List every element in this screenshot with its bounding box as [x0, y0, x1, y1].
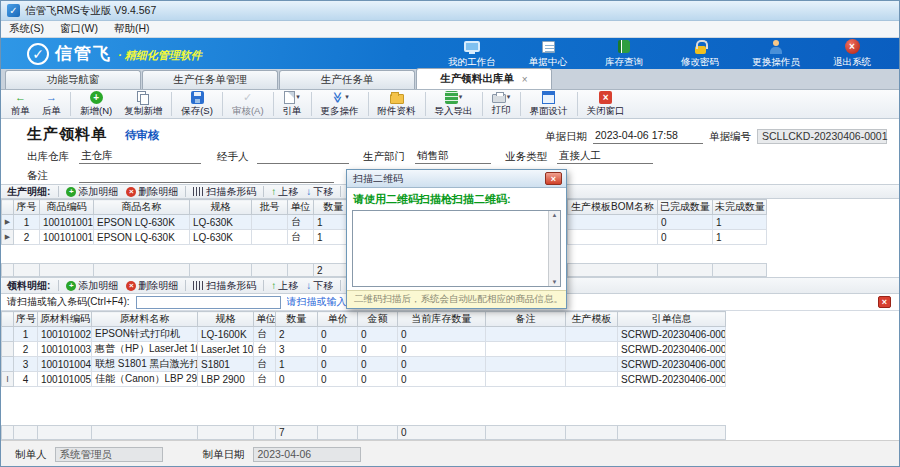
column-header[interactable]: 备注	[486, 312, 566, 327]
grid-cell[interactable]: LQ-1600K	[198, 327, 254, 342]
table-row[interactable]: 3 100101004 联想 S1801 黑白激光打印机 S1801 台 1 0…	[2, 357, 726, 372]
tab-production-material-issue[interactable]: 生产领料出库单 ×	[416, 68, 552, 89]
doc-date-field[interactable]: 2023-04-06 17:58	[593, 129, 703, 144]
grid-cell[interactable]: 100101004	[38, 357, 92, 372]
column-header[interactable]: 当前库存数量	[398, 312, 486, 327]
column-header[interactable]: 规格	[198, 312, 254, 327]
grid-cell[interactable]: 0	[398, 372, 486, 387]
column-header[interactable]: 引单信息	[618, 312, 726, 327]
column-header[interactable]: 单位	[254, 312, 276, 327]
grid-cell[interactable]	[486, 372, 566, 387]
grid-cell[interactable]: 0	[358, 372, 398, 387]
grid-cell[interactable]: 0	[398, 357, 486, 372]
grid-cell[interactable]: 100101002	[38, 327, 92, 342]
grid-cell[interactable]: SCRWD-20230406-0001	[618, 327, 726, 342]
grid-cell[interactable]	[486, 327, 566, 342]
grid-cell[interactable]: 台	[254, 342, 276, 357]
column-header[interactable]: 数量	[276, 312, 318, 327]
column-header[interactable]: 未完成数量	[713, 200, 767, 215]
tab-production-task[interactable]: 生产任务单	[279, 70, 415, 89]
menu-system[interactable]: 系统(S)	[9, 22, 44, 36]
tab-function-nav[interactable]: 功能导航窗	[5, 70, 141, 89]
grid-cell[interactable]: 0	[398, 327, 486, 342]
more-actions-button[interactable]: ≫▾更多操作	[315, 90, 365, 118]
grid-cell[interactable]: EPSON针式打印机	[92, 327, 198, 342]
grid-cell[interactable]: 0	[358, 342, 398, 357]
save-button[interactable]: 保存(S)	[175, 90, 219, 118]
grid-cell[interactable]: 0	[658, 230, 713, 245]
ui-design-button[interactable]: 界面设计	[524, 90, 574, 118]
grid-cell[interactable]: 台	[254, 357, 276, 372]
grid-cell[interactable]: 0	[358, 357, 398, 372]
grid-cell[interactable]: 台	[288, 215, 314, 230]
grid-cell[interactable]: SCRWD-20230406-0001	[618, 372, 726, 387]
column-header[interactable]: 序号	[14, 200, 40, 215]
column-header[interactable]: 规格	[190, 200, 252, 215]
column-header[interactable]: 单位	[288, 200, 314, 215]
tab-close-icon[interactable]: ×	[522, 74, 528, 85]
column-header[interactable]: 原材料名称	[92, 312, 198, 327]
column-header[interactable]: 序号	[14, 312, 38, 327]
move-up-button[interactable]: ↑上移	[268, 185, 301, 199]
dialog-titlebar[interactable]: 扫描二维码 ×	[347, 170, 566, 188]
copy-new-button[interactable]: 复制新增	[118, 90, 168, 118]
grid-cell[interactable]: 台	[254, 327, 276, 342]
grid-cell[interactable]: LQ-630K	[190, 215, 252, 230]
grid-cell[interactable]: 1	[276, 357, 318, 372]
grid-cell[interactable]: 2	[276, 327, 318, 342]
tab-production-task-mgmt[interactable]: 生产任务单管理	[142, 70, 278, 89]
grid-cell[interactable]: 1	[14, 215, 40, 230]
grid-cell[interactable]: 0	[398, 342, 486, 357]
document-center-button[interactable]: 单据中心	[517, 39, 579, 69]
grid-cell[interactable]: 台	[288, 230, 314, 245]
attachments-button[interactable]: 附件资料	[372, 90, 422, 118]
scan-barcode-button[interactable]: 扫描条形码	[190, 279, 259, 293]
grid-cell[interactable]: 0	[318, 357, 358, 372]
delete-row-button[interactable]: ×删除明细	[123, 279, 181, 293]
grid-cell[interactable]	[486, 357, 566, 372]
grid-cell[interactable]: LBP 2900	[198, 372, 254, 387]
grid-cell[interactable]: 3	[276, 342, 318, 357]
grid-cell[interactable]: 100101001	[40, 230, 94, 245]
scan-barcode-button[interactable]: 扫描条形码	[190, 185, 259, 199]
handler-field[interactable]	[257, 149, 349, 164]
grid-cell[interactable]	[568, 230, 658, 245]
dialog-close-icon[interactable]: ×	[545, 172, 562, 185]
close-window-button[interactable]: ×关闭窗口	[581, 90, 631, 118]
grid-cell[interactable]: 3	[14, 357, 38, 372]
column-header[interactable]: 金额	[358, 312, 398, 327]
grid-cell[interactable]: SCRWD-20230406-0001	[618, 342, 726, 357]
grid-cell[interactable]: 0	[318, 372, 358, 387]
delete-row-button[interactable]: ×删除明细	[123, 185, 181, 199]
grid-cell[interactable]	[566, 357, 618, 372]
audit-button[interactable]: ✓审核(A)	[226, 90, 270, 118]
column-header[interactable]: 已完成数量	[658, 200, 713, 215]
grid-cell[interactable]: 佳能（Canon）LBP 2900+ 黑白激	[92, 372, 198, 387]
warehouse-field[interactable]: 主仓库	[79, 149, 201, 164]
move-down-button[interactable]: ↓下移	[303, 185, 336, 199]
import-export-button[interactable]: ▾导入导出	[429, 90, 479, 118]
move-up-button[interactable]: ↑上移	[268, 279, 301, 293]
grid-cell[interactable]: 100101003	[38, 342, 92, 357]
move-down-button[interactable]: ↓下移	[303, 279, 336, 293]
grid-cell[interactable]: 2	[14, 342, 38, 357]
grid-cell[interactable]	[486, 342, 566, 357]
grid-cell[interactable]: 100101005	[38, 372, 92, 387]
grid-cell[interactable]: 0	[358, 327, 398, 342]
grid-cell[interactable]: S1801	[198, 357, 254, 372]
add-row-button[interactable]: +添加明细	[63, 185, 121, 199]
grid-cell[interactable]: EPSON LQ-630K	[94, 215, 190, 230]
table-row[interactable]: 2 100101003 惠普（HP）LaserJet 1020 LaserJet…	[2, 342, 726, 357]
prev-doc-button[interactable]: ←前单	[5, 90, 36, 118]
grid-cell[interactable]	[566, 372, 618, 387]
column-header[interactable]: 生产模板BOM名称	[568, 200, 658, 215]
column-header[interactable]: 商品名称	[94, 200, 190, 215]
table-row[interactable]: 1 100101002 EPSON针式打印机 LQ-1600K 台 2 0 0 …	[2, 327, 726, 342]
grid-cell[interactable]	[252, 215, 288, 230]
column-header[interactable]: 商品编码	[40, 200, 94, 215]
menu-window[interactable]: 窗口(W)	[60, 22, 98, 36]
grid-cell[interactable]: 4	[14, 372, 38, 387]
close-panel-icon[interactable]: ×	[878, 296, 891, 308]
add-row-button[interactable]: +添加明细	[63, 279, 121, 293]
column-header[interactable]: 单价	[318, 312, 358, 327]
